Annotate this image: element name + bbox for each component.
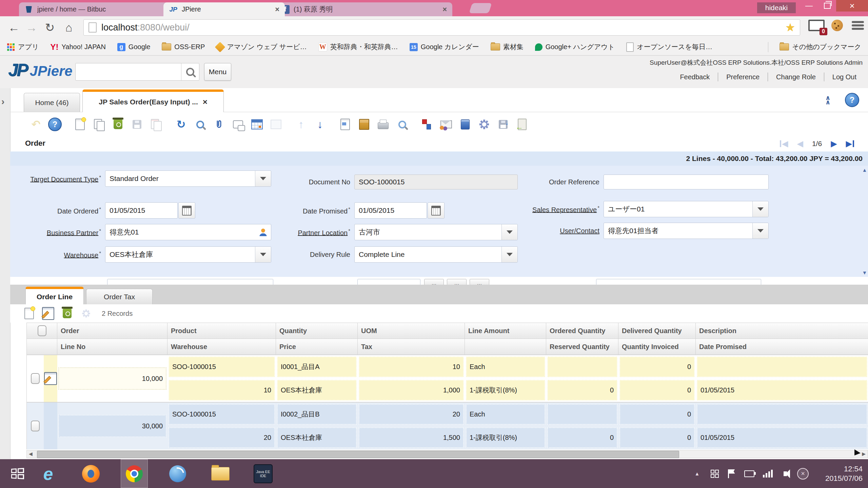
tray-action-center-icon[interactable] [724,459,739,488]
bookmark-google[interactable]: g Google [117,43,151,51]
copy-record-button[interactable] [92,118,106,131]
browser-tab-bitbucket[interactable]: jpiere / home — Bitbuc × [19,2,174,16]
calendar-button[interactable] [428,202,445,219]
line-no-cell[interactable]: 20 [169,427,275,448]
column-header[interactable]: Ordered Quantity [546,323,618,339]
quantity-cell[interactable]: 20 [359,404,464,425]
browser-tab-facebook[interactable]: f (1) 萩原 秀明 × [275,2,452,16]
target-document-type-label[interactable]: Target Document Type* [20,174,105,183]
process-line-button[interactable] [80,307,92,320]
bookmark-yahoo-japan[interactable]: Y! Yahoo! JAPAN [50,42,105,52]
ordered-quantity-cell[interactable] [547,404,617,425]
taskbar-chrome-active[interactable] [121,459,148,488]
tax-cell[interactable]: 1-課税取引(8%) [466,380,545,401]
cookie-extension-icon[interactable] [831,20,843,31]
column-header[interactable]: Line Amount [465,323,546,339]
archive-button[interactable] [357,118,371,131]
preference-link[interactable]: Preference [718,73,768,81]
column-header[interactable]: Tax [358,339,465,354]
uom-cell[interactable]: Each [466,357,545,377]
column-header[interactable]: Description [696,323,868,339]
taskbar-firefox[interactable] [78,459,104,488]
more-button[interactable]: … [470,279,489,285]
delivery-rule-combo[interactable]: Complete Line [354,246,518,263]
user-contact-label[interactable]: User/Contact [524,227,604,235]
partner-location-label[interactable]: Partner Location* [288,228,354,237]
bookmark-weblio[interactable]: W 英和辞典・和英辞典… [318,42,398,52]
reload-icon[interactable]: ↻ [41,18,59,37]
close-window-button[interactable]: ← [515,118,529,131]
search-input[interactable] [76,63,181,80]
tray-network-icon[interactable] [760,459,776,488]
tab-order-line[interactable]: Order Line [25,287,84,304]
new-tab-button[interactable] [469,3,492,13]
quantity-invoiced-cell[interactable]: 0 [619,427,695,448]
line-amount-cell[interactable]: 10,000 [57,355,167,402]
tab-home[interactable]: Home (46) [24,93,80,112]
logout-link[interactable]: Log Out [824,73,865,81]
new-line-button[interactable] [23,307,35,320]
tab-order-tax[interactable]: Order Tax [86,289,153,304]
column-header[interactable]: Date Promised [696,339,868,354]
start-button[interactable] [6,459,28,488]
detail-panel-button[interactable] [269,118,283,131]
more-button[interactable]: … [424,279,444,285]
help-button[interactable]: ? [48,118,62,131]
change-role-link[interactable]: Change Role [768,73,824,81]
product-info-button[interactable] [458,118,472,131]
tray-hidden-icons[interactable]: ▲ [690,459,704,488]
sales-representative-combo[interactable]: ユーザー01 [604,201,769,217]
order-cell[interactable]: SOO-1000015 [169,357,275,377]
line-no-cell[interactable]: 10 [169,380,275,401]
reserved-quantity-cell[interactable]: 0 [547,380,617,401]
window-minimize-button[interactable]: — [800,0,818,12]
collapse-all-icon[interactable]: ∧∧ [825,96,830,104]
description-cell[interactable] [697,404,867,425]
warehouse-combo[interactable]: OES本社倉庫 [105,246,271,263]
dropdown-button[interactable] [501,247,517,262]
grid-toggle-button[interactable] [250,118,264,131]
refresh-button[interactable]: ↻ [174,118,188,131]
warehouse-cell[interactable]: OES本社倉庫 [277,380,357,401]
workflow-button[interactable] [420,118,434,131]
tray-notification-icon[interactable]: × [795,459,811,488]
parent-record-button[interactable]: ↑ [294,118,308,131]
last-record-button[interactable]: ▶ [846,139,854,148]
taskbar-file-explorer[interactable] [208,459,233,488]
sidebar-collapse-strip[interactable]: › [0,88,11,459]
scroll-down-icon[interactable]: ▼ [862,270,867,276]
other-bookmarks[interactable]: その他のブックマーク [768,42,861,52]
column-header[interactable]: Warehouse [167,339,276,354]
browser-tab-jpiere[interactable]: JP JPiere × [163,2,285,16]
document-no-field[interactable]: SOO-1000015 [354,175,518,189]
taskbar-ie[interactable]: e [35,459,61,488]
export-button[interactable]: ↓ [496,118,510,131]
tray-desktop-icon[interactable] [707,459,722,488]
order-reference-input[interactable] [604,175,769,189]
date-promised-cell[interactable]: 01/05/2015 [697,427,867,448]
menu-button[interactable]: Menu [204,63,231,81]
select-all-checkbox[interactable] [38,325,46,336]
delete-line-button[interactable] [61,307,73,320]
bookmark-star-icon[interactable]: ★ [785,21,795,34]
bookmark-aws[interactable]: アマゾン ウェブ サービ… [216,42,307,52]
partner-location-combo[interactable]: 古河市 [354,224,518,240]
row-checkbox[interactable] [31,373,40,384]
sales-representative-label[interactable]: Sales Representative* [524,205,604,214]
tab-sales-order[interactable]: JP Sales Order(Easy Input) ... × [82,89,224,112]
column-header[interactable]: Quantity [276,323,358,339]
order-cell[interactable]: SOO-1000015 [169,404,275,425]
bookmark-opensource[interactable]: オープンソースを毎日… [626,42,712,52]
bookmark-google-calendar[interactable]: 15 Google カレンダー [410,42,479,52]
dropdown-button[interactable] [255,247,271,262]
window-restore-button[interactable] [818,0,836,12]
uom-cell[interactable]: Each [466,404,545,425]
business-partner-lookup-button[interactable] [255,224,271,240]
next-record-button[interactable]: ▶ [831,139,837,148]
dropdown-button[interactable] [255,171,271,186]
browser-menu-icon[interactable] [852,20,864,31]
dropdown-button[interactable] [752,223,768,239]
date-promised-input[interactable]: 01/05/2015 [354,202,427,219]
dropdown-button[interactable] [501,224,517,240]
home-icon[interactable]: ⌂ [60,18,78,37]
